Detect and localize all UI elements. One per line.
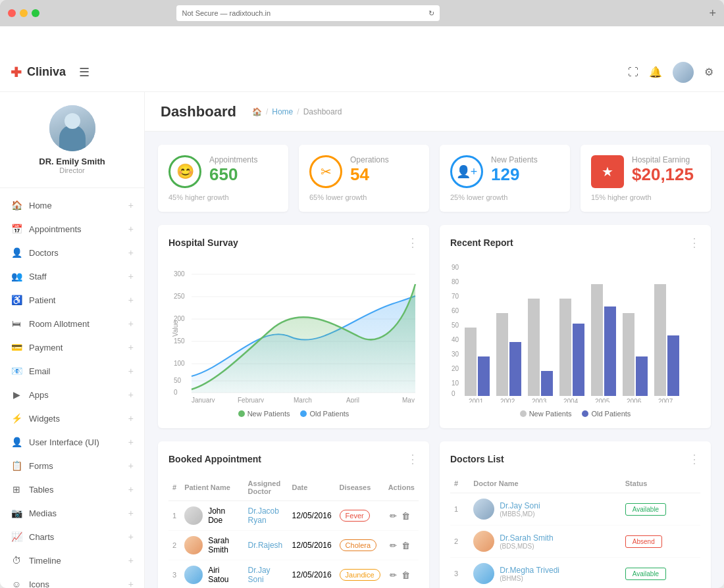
sidebar-item-medias[interactable]: 📷 Medias + bbox=[0, 501, 144, 525]
charts-expand-icon[interactable]: + bbox=[128, 531, 134, 542]
appointments-table: # Patient Name Assigned Doctor Date Dise… bbox=[168, 474, 419, 588]
doctor-link[interactable]: Dr.Jacob Ryan bbox=[248, 506, 279, 525]
user-avatar[interactable] bbox=[673, 62, 694, 83]
payment-expand-icon[interactable]: + bbox=[128, 342, 134, 353]
sidebar-item-doctors[interactable]: 👤 Doctors + bbox=[0, 241, 144, 264]
sidebar-item-apps[interactable]: ▶ Apps + bbox=[0, 383, 144, 406]
ui-expand-icon[interactable]: + bbox=[128, 437, 134, 447]
row-3-doctor: Dr.Jay Soni bbox=[244, 560, 288, 589]
appointments-expand-icon[interactable]: + bbox=[128, 224, 134, 234]
medias-icon: 📷 bbox=[11, 508, 22, 518]
doctor-link[interactable]: Dr.Jay Soni bbox=[248, 566, 271, 584]
refresh-icon[interactable]: ↻ bbox=[428, 9, 434, 18]
hamburger-button[interactable]: ☰ bbox=[79, 65, 90, 80]
doctor-name: Dr.Sarah Smith bbox=[500, 533, 617, 543]
row-3-date: 12/05/2016 bbox=[288, 560, 336, 589]
svg-text:March: March bbox=[294, 397, 312, 403]
sidebar-item-widgets[interactable]: ⚡ Widgets + bbox=[0, 406, 144, 430]
col-num: # bbox=[168, 474, 180, 501]
icons-expand-icon[interactable]: + bbox=[128, 579, 134, 588]
edit-button[interactable]: ✏ bbox=[388, 539, 398, 552]
sidebar-item-patient[interactable]: ♿ Patient + bbox=[0, 288, 144, 312]
sidebar-item-tables[interactable]: ⊞ Tables + bbox=[0, 478, 144, 501]
notification-bell-icon[interactable]: 🔔 bbox=[649, 66, 662, 78]
maximize-button[interactable] bbox=[32, 9, 39, 17]
patient-expand-icon[interactable]: + bbox=[128, 295, 134, 305]
close-button[interactable] bbox=[8, 9, 16, 17]
staff-expand-icon[interactable]: + bbox=[128, 271, 134, 282]
sidebar-label-room: Room Allotment bbox=[29, 319, 122, 329]
home-expand-icon[interactable]: + bbox=[128, 200, 134, 210]
stat-patients: 👤+ New Patients 129 25% lower growth bbox=[440, 145, 570, 212]
doctor-degree: (BDS,MDS) bbox=[500, 543, 617, 550]
delete-button[interactable]: 🗑 bbox=[400, 510, 411, 522]
disease-badge: Fever bbox=[340, 510, 370, 522]
medias-expand-icon[interactable]: + bbox=[128, 508, 134, 518]
svg-text:30: 30 bbox=[452, 351, 459, 358]
hospital-survey-legend: New Patients Old Patients bbox=[168, 410, 419, 418]
timeline-expand-icon[interactable]: + bbox=[128, 555, 134, 566]
payment-icon: 💳 bbox=[11, 342, 22, 353]
doctor-degree: (BHMS) bbox=[500, 575, 617, 582]
doctor-info: Dr.Sarah Smith (BDS,MDS) bbox=[500, 533, 617, 550]
row-3-disease: Jaundice bbox=[336, 560, 384, 589]
widgets-expand-icon[interactable]: + bbox=[128, 413, 134, 424]
sidebar-label-timeline: Timeline bbox=[29, 556, 122, 566]
sidebar-item-home[interactable]: 🏠 Home + bbox=[0, 193, 144, 217]
svg-text:2003: 2003 bbox=[532, 398, 547, 403]
delete-button[interactable]: 🗑 bbox=[400, 539, 411, 552]
sidebar-item-room-allotment[interactable]: 🛏 Room Allotment + bbox=[0, 312, 144, 335]
sidebar-label-patient: Patient bbox=[29, 295, 122, 305]
operations-stat-icon: ✂ bbox=[309, 155, 342, 188]
doctor-link[interactable]: Dr.Rajesh bbox=[248, 541, 283, 550]
sidebar-item-staff[interactable]: 👥 Staff + bbox=[0, 264, 144, 288]
doctor-name: Dr.Megha Trivedi bbox=[500, 566, 617, 575]
settings-gear-icon[interactable]: ⚙ bbox=[704, 66, 713, 78]
sidebar-item-ui[interactable]: 👤 User Interface (UI) + bbox=[0, 430, 144, 454]
forms-expand-icon[interactable]: + bbox=[128, 460, 134, 471]
browser-dots bbox=[8, 9, 39, 17]
svg-text:Value: Value bbox=[172, 320, 179, 337]
edit-button[interactable]: ✏ bbox=[388, 569, 398, 581]
profile-role: Director bbox=[11, 166, 134, 174]
svg-text:2001: 2001 bbox=[469, 398, 484, 403]
room-expand-icon[interactable]: + bbox=[128, 318, 134, 329]
doctor-info: Dr.Jay Soni (MBBS,MD) bbox=[500, 501, 617, 518]
breadcrumb-home-link[interactable]: Home bbox=[272, 107, 293, 116]
email-expand-icon[interactable]: + bbox=[128, 366, 134, 376]
svg-text:2005: 2005 bbox=[595, 398, 610, 403]
sidebar-item-charts[interactable]: 📈 Charts + bbox=[0, 525, 144, 549]
tables-expand-icon[interactable]: + bbox=[128, 484, 134, 495]
sidebar-item-payment[interactable]: 💳 Payment + bbox=[0, 335, 144, 359]
sidebar-item-timeline[interactable]: ⏱ Timeline + bbox=[0, 549, 144, 572]
svg-text:40: 40 bbox=[452, 336, 459, 343]
sidebar-label-ui: User Interface (UI) bbox=[29, 437, 122, 447]
edit-button[interactable]: ✏ bbox=[388, 510, 398, 522]
logo-icon: ✚ bbox=[11, 64, 22, 80]
sidebar-item-icons[interactable]: ☺ Icons + bbox=[0, 572, 144, 588]
row-1-actions: ✏ 🗑 bbox=[384, 501, 419, 531]
bar-2001-old bbox=[478, 356, 490, 396]
apps-expand-icon[interactable]: + bbox=[128, 389, 134, 400]
sidebar-item-forms[interactable]: 📋 Forms + bbox=[0, 454, 144, 478]
doctors-list-menu[interactable]: ⋮ bbox=[688, 452, 700, 466]
new-tab-button[interactable]: + bbox=[709, 7, 716, 20]
minimize-button[interactable] bbox=[20, 9, 28, 17]
sidebar-item-email[interactable]: 📧 Email + bbox=[0, 359, 144, 383]
appointments-stat-info: Appointments 650 bbox=[209, 155, 278, 185]
svg-text:February: February bbox=[238, 397, 264, 403]
ui-icon: 👤 bbox=[11, 437, 22, 447]
svg-text:80: 80 bbox=[452, 278, 459, 285]
doctors-expand-icon[interactable]: + bbox=[128, 247, 134, 258]
fullscreen-icon[interactable]: ⛶ bbox=[628, 66, 638, 78]
doctors-table-head: # Doctor Name Status bbox=[450, 474, 700, 493]
charts-icon: 📈 bbox=[11, 531, 22, 542]
address-bar[interactable]: Not Secure — radixtouch.in ↻ bbox=[176, 5, 440, 21]
booked-appointment-menu[interactable]: ⋮ bbox=[407, 452, 419, 466]
recent-report-menu[interactable]: ⋮ bbox=[688, 235, 700, 250]
delete-button[interactable]: 🗑 bbox=[400, 569, 411, 581]
sidebar-item-appointments[interactable]: 📅 Appointments + bbox=[0, 217, 144, 241]
patient-avatar bbox=[184, 536, 203, 554]
hospital-survey-menu[interactable]: ⋮ bbox=[407, 235, 419, 250]
svg-text:May: May bbox=[402, 397, 415, 403]
